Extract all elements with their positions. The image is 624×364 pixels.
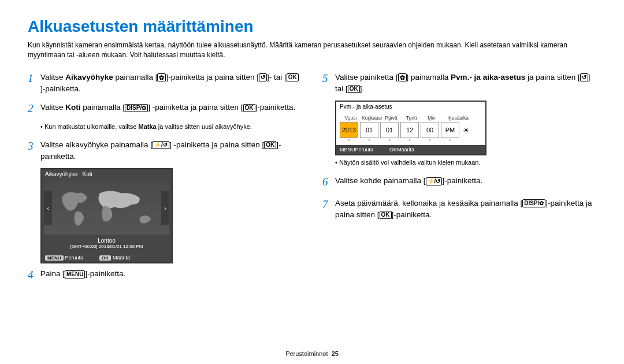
set-hint: OKMääritä [99,255,130,261]
step-number: 2 [28,101,40,117]
disp-macro-icon: DISP/✿ [522,199,545,207]
screen-title: Aikavyöhyke : Koti [42,169,172,179]
map-timestamp: [GMT+00:00] 2013/01/01 12:00 PM [44,244,169,251]
disp-macro-icon: DISP/✿ [125,104,148,112]
step-4: 4 Paina [MENU]-painiketta. [28,267,302,284]
world-map: ‹ › [44,181,169,235]
menu-icon: MENU [340,147,355,153]
step-number: 3 [28,138,40,163]
page-footer: Perustoiminnot 25 [0,350,624,357]
step-6: 6 Valitse kohde painamalla [⚡/↺]-painike… [322,174,596,191]
step-number: 4 [28,267,40,284]
step-5-note: Näytön sisältö voi vaihdella valitun kie… [335,159,596,166]
year-cell[interactable]: 2013 [340,122,358,138]
screen-title: Pvm.- ja aika-asetus [336,102,485,112]
step-body: Valitse kohde painamalla [⚡/↺]-painikett… [335,174,482,191]
step-body: Valitse Aikavyöhyke painamalla [✿]-paini… [40,70,302,95]
ok-icon: OK [99,255,111,261]
page-title: Alkuasetusten määrittäminen [28,17,596,36]
step-number: 6 [322,174,335,191]
cancel-hint: MENUPeruuta [45,255,83,261]
screen-footer: MENUPeruuta OKMääritä [42,253,172,262]
step-7: 7 Aseta päivämäärä, kellonaika ja kesäai… [322,196,596,221]
ok-icon: OK [264,141,276,149]
timer-icon: ↺ [580,73,588,81]
hour-cell[interactable]: 12 [400,122,419,138]
menu-icon: MENU [65,270,85,278]
ok-icon: OK [287,73,299,81]
step-number: 1 [28,70,40,95]
timer-icon: ↺ [259,73,267,81]
intro-text: Kun käynnistät kameran ensimmäistä kerta… [28,40,596,60]
world-map-graphic [55,184,158,232]
date-body: Vuosi Kuukausi Päivä Tunti Min Kesäaika … [336,112,485,142]
menu-icon: MENU [45,255,64,261]
step-1: 1 Valitse Aikavyöhyke painamalla [✿]-pai… [28,70,302,95]
map-body: ‹ › Lontoo [GMT+00:00] 2013/01/01 12:00 … [42,179,172,253]
ok-icon: OK [243,104,255,112]
left-column: 1 Valitse Aikavyöhyke painamalla [✿]-pai… [28,70,302,289]
flash-timer-icon: ⚡/↺ [426,177,443,185]
step-body: Valitse aikavyöhyke painamalla [⚡/↺] -pa… [40,138,302,163]
dst-icon[interactable]: ☀ [461,126,471,135]
month-cell[interactable]: 01 [360,122,378,138]
set-hint: OKMääritä [389,147,414,153]
ok-icon: OK [380,211,392,219]
step-2-note: Kun matkustat ulkomaille, valitse Matka … [40,123,302,130]
step-body: Valitse painiketta [✿] painamalla Pvm.- … [335,70,596,95]
screen-footer: MENUPeruuta OKMääritä [336,145,485,154]
step-3: 3 Valitse aikavyöhyke painamalla [⚡/↺] -… [28,138,302,163]
step-body: Paina [MENU]-painiketta. [40,267,125,284]
date-values: 2013 01 01 12 00 PM ☀ [340,122,482,138]
map-right-arrow[interactable]: › [161,191,169,225]
step-number: 5 [322,70,335,95]
map-city: Lontoo [44,235,169,244]
ampm-cell[interactable]: PM [441,122,459,138]
step-5: 5 Valitse painiketta [✿] painamalla Pvm.… [322,70,596,95]
footer-section: Perustoiminnot [285,350,328,357]
flash-timer-icon: ⚡/↺ [153,141,169,149]
day-cell[interactable]: 01 [380,122,399,138]
step-body: Aseta päivämäärä, kellonaika ja kesäaika… [335,196,596,221]
step-2: 2 Valitse Koti painamalla [DISP/✿] -pain… [28,101,302,117]
cancel-hint: MENUPeruuta [340,147,373,153]
step-body: Valitse Koti painamalla [DISP/✿] -painik… [40,101,295,117]
map-left-arrow[interactable]: ‹ [44,191,52,225]
macro-icon: ✿ [157,73,166,81]
ok-icon: OK [348,85,360,93]
minute-cell[interactable]: 00 [421,122,439,138]
step-number: 7 [322,196,335,221]
columns: 1 Valitse Aikavyöhyke painamalla [✿]-pai… [28,70,596,289]
date-time-screen: Pvm.- ja aika-asetus Vuosi Kuukausi Päiv… [335,101,486,155]
footer-page: 25 [332,350,339,357]
right-column: 5 Valitse painiketta [✿] painamalla Pvm.… [322,70,596,289]
macro-icon: ✿ [398,73,407,81]
ok-icon: OK [389,147,397,153]
timezone-screen: Aikavyöhyke : Koti ‹ › Lontoo [GMT+00:00… [40,168,173,263]
